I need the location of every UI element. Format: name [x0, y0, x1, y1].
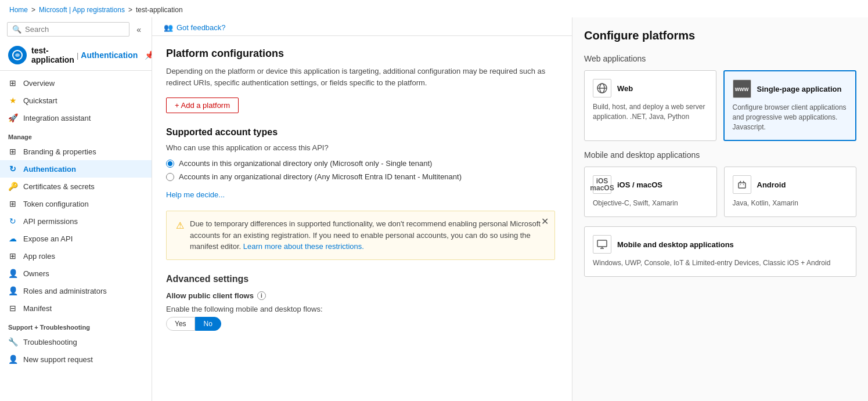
- desktop-card-desc: Windows, UWP, Console, IoT & Limited-ent…: [593, 258, 848, 268]
- add-platform-button[interactable]: + Add a platform: [166, 97, 239, 113]
- radio-multitenant[interactable]: Accounts in any organizational directory…: [166, 172, 558, 181]
- allow-public-label: Allow public client flows i: [166, 291, 558, 300]
- help-decide-link[interactable]: Help me decide...: [166, 190, 225, 199]
- info-icon[interactable]: i: [257, 291, 266, 300]
- svg-point-8: [743, 185, 744, 186]
- sidebar-item-certificates[interactable]: 🔑 Certificates & secrets: [0, 178, 152, 195]
- right-panel: Configure platforms Web applications Web…: [572, 17, 868, 401]
- sidebar-item-label: Owners: [23, 269, 49, 278]
- api-icon: ↻: [8, 216, 17, 226]
- ios-platform-card[interactable]: iOSmacOS iOS / macOS Objective-C, Swift,…: [584, 167, 717, 217]
- supported-accounts-title: Supported account types: [166, 127, 558, 138]
- sidebar-item-manifest[interactable]: ⊟ Manifest: [0, 299, 152, 317]
- collapse-sidebar-button[interactable]: «: [133, 24, 145, 35]
- app-name: test-application: [31, 46, 74, 64]
- feedback-icon: 👥: [164, 23, 173, 32]
- advanced-settings-title: Advanced settings: [166, 274, 558, 284]
- android-card-title: Android: [757, 180, 786, 189]
- platform-config-desc: Depending on the platform or device this…: [166, 66, 558, 88]
- web-apps-label: Web applications: [584, 54, 856, 63]
- desktop-icon: [593, 235, 611, 254]
- sidebar-item-label: Authentication: [23, 165, 76, 174]
- feedback-button[interactable]: 👥 Got feedback?: [164, 23, 226, 32]
- mobile-platform-cards: iOSmacOS iOS / macOS Objective-C, Swift,…: [584, 167, 856, 217]
- breadcrumb-microsoft[interactable]: Microsoft | App registrations: [39, 6, 125, 14]
- branding-icon: ⊞: [8, 147, 17, 156]
- auth-icon: ↻: [8, 164, 17, 174]
- android-platform-card[interactable]: Android Java, Kotlin, Xamarin: [724, 167, 857, 217]
- sidebar-item-troubleshooting[interactable]: 🔧 Troubleshooting: [0, 333, 152, 351]
- toggle-yes-button[interactable]: Yes: [166, 317, 195, 331]
- sidebar-item-label: Quickstart: [23, 96, 57, 105]
- who-can-use-desc: Who can use this application or access t…: [166, 143, 558, 152]
- web-platform-card[interactable]: Web Build, host, and deploy a web server…: [584, 70, 716, 141]
- warning-banner: ⚠ Due to temporary differences in suppor…: [166, 211, 555, 260]
- warning-link[interactable]: Learn more about these restrictions.: [243, 242, 364, 251]
- toggle-no-button[interactable]: No: [195, 317, 221, 331]
- content-area: 👥 Got feedback? Platform configurations …: [152, 17, 572, 401]
- ios-card-desc: Objective-C, Swift, Xamarin: [593, 198, 708, 208]
- feedback-label: Got feedback?: [177, 23, 226, 32]
- main-content: Platform configurations Depending on the…: [152, 36, 572, 401]
- search-box: 🔍: [7, 22, 129, 37]
- support-section-label: Support + Troubleshooting: [0, 317, 152, 333]
- radio-single-tenant-input[interactable]: [166, 160, 174, 168]
- mobile-section-label: Mobile and desktop applications: [584, 150, 856, 160]
- svg-rect-4: [739, 183, 745, 188]
- web-card-title: Web: [617, 84, 633, 93]
- expose-icon: ☁: [8, 234, 17, 243]
- android-card-desc: Java, Kotlin, Xamarin: [733, 198, 848, 208]
- owners-icon: 👤: [8, 269, 17, 278]
- sidebar-item-new-support[interactable]: 👤 New support request: [0, 351, 152, 368]
- warning-close-button[interactable]: ✕: [541, 216, 549, 227]
- cert-icon: 🔑: [8, 182, 17, 191]
- sidebar-item-label: Branding & properties: [23, 147, 96, 156]
- sidebar-item-label: Token configuration: [23, 200, 89, 208]
- ios-card-title: iOS / macOS: [617, 180, 662, 189]
- sidebar-item-label: Roles and administrators: [23, 287, 107, 295]
- web-icon: [593, 79, 611, 97]
- search-input[interactable]: [25, 25, 124, 34]
- desktop-card-title: Mobile and desktop applications: [617, 240, 734, 249]
- sidebar-item-overview[interactable]: ⊞ Overview: [0, 74, 152, 92]
- sidebar-item-api-permissions[interactable]: ↻ API permissions: [0, 212, 152, 230]
- spa-icon: www: [733, 80, 751, 98]
- app-title-section: test-application | Authentication 📌 ···: [0, 40, 152, 67]
- overview-icon: ⊞: [8, 78, 17, 88]
- app-icon: [8, 46, 27, 64]
- spa-card-desc: Configure browser client applications an…: [733, 103, 848, 132]
- sidebar-item-label: Overview: [23, 79, 55, 88]
- radio-multitenant-input[interactable]: [166, 173, 174, 181]
- pin-icon[interactable]: 📌: [145, 50, 152, 60]
- breadcrumb-home[interactable]: Home: [9, 6, 28, 14]
- web-platform-cards: Web Build, host, and deploy a web server…: [584, 70, 856, 141]
- radio-single-tenant-label: Accounts in this organizational director…: [179, 159, 432, 168]
- platform-config-title: Platform configurations: [166, 48, 558, 60]
- sidebar-item-expose-api[interactable]: ☁ Expose an API: [0, 230, 152, 247]
- enable-flows-label: Enable the following mobile and desktop …: [166, 305, 558, 313]
- sidebar-item-roles-admins[interactable]: 👤 Roles and administrators: [0, 282, 152, 299]
- breadcrumb: Home > Microsoft | App registrations > t…: [0, 0, 868, 17]
- ios-icon: iOSmacOS: [593, 175, 611, 194]
- sidebar-item-owners[interactable]: 👤 Owners: [0, 265, 152, 282]
- sidebar-item-app-roles[interactable]: ⊞ App roles: [0, 247, 152, 265]
- sidebar-item-token-config[interactable]: ⊞ Token configuration: [0, 195, 152, 212]
- toggle-group: Yes No: [166, 317, 558, 331]
- search-icon: 🔍: [12, 25, 21, 34]
- radio-group: Accounts in this organizational director…: [166, 159, 558, 181]
- sidebar-item-branding[interactable]: ⊞ Branding & properties: [0, 143, 152, 160]
- sidebar-item-integration-assistant[interactable]: 🚀 Integration assistant: [0, 109, 152, 127]
- app-roles-icon: ⊞: [8, 251, 17, 261]
- warning-icon: ⚠: [176, 219, 184, 233]
- radio-single-tenant[interactable]: Accounts in this organizational director…: [166, 159, 558, 168]
- sidebar-item-quickstart[interactable]: ★ Quickstart: [0, 92, 152, 109]
- sidebar-item-label: Integration assistant: [23, 114, 91, 122]
- sidebar-item-authentication[interactable]: ↻ Authentication: [0, 160, 152, 178]
- breadcrumb-sep1: >: [31, 6, 35, 14]
- spa-platform-card[interactable]: www Single-page application Configure br…: [723, 70, 857, 141]
- sidebar-item-label: Manifest: [23, 304, 52, 313]
- app-sep: |: [77, 51, 78, 60]
- app-subtitle: Authentication: [81, 50, 138, 60]
- desktop-platform-card[interactable]: Mobile and desktop applications Windows,…: [584, 226, 856, 277]
- manage-section-label: Manage: [0, 127, 152, 143]
